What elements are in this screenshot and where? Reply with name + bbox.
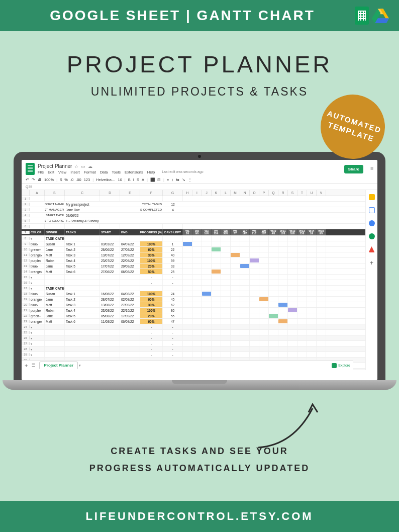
toolbar-item[interactable]: ⊞ (157, 178, 161, 182)
toolbar-item[interactable]: Helvetica… (96, 178, 115, 182)
calendar-icon[interactable] (369, 194, 375, 200)
toolbar-item[interactable]: 10 (118, 178, 122, 182)
sheets-icon (355, 7, 369, 25)
drive-icon (372, 8, 389, 23)
toolbar-item[interactable]: ⬛ (150, 178, 155, 182)
menu-view[interactable]: View (58, 170, 66, 174)
toolbar-item[interactable]: 123 (84, 178, 90, 182)
sheet-rows[interactable]: 12PROJECT NAMEMy great projectTOTAL TASK… (22, 196, 365, 370)
tab-strip[interactable]: + ☰ Project Planner ▾ Explore (22, 360, 353, 370)
top-banner: GOOGLE SHEET | GANTT CHART (0, 0, 399, 31)
all-sheets-button[interactable]: ☰ (32, 363, 35, 368)
toolbar-item[interactable]: I (133, 178, 134, 182)
toolbar-item[interactable]: B (128, 178, 131, 182)
toolbar-item[interactable]: A (142, 178, 144, 182)
spreadsheet-screen: Project Planner ☆ ▭ ☁ FileEditViewInsert… (22, 160, 377, 380)
toolbar-item[interactable]: ↕ (171, 178, 173, 182)
side-panel[interactable]: + (365, 190, 377, 370)
hero-subtitle: UNLIMITED PROJECTS & TASKS (0, 85, 399, 99)
menu-edit[interactable]: Edit (48, 170, 54, 174)
toolbar-item[interactable]: 🖶 (38, 178, 42, 182)
footer-bar: LIFEUNDERCONTROL.ETSY.COM (0, 501, 399, 532)
menu-data[interactable]: Data (100, 170, 108, 174)
account-icon[interactable]: ☰ (370, 167, 373, 171)
add-addon-icon[interactable]: + (370, 259, 373, 267)
menu-help[interactable]: Help (147, 170, 155, 174)
keep-icon[interactable] (369, 207, 375, 213)
menu-insert[interactable]: Insert (70, 170, 80, 174)
sheet-tab[interactable]: Project Planner (39, 362, 78, 369)
toolbar-item[interactable]: ↶ (26, 178, 29, 182)
explore-button[interactable]: Explore (332, 363, 350, 368)
cloud-icon[interactable]: ☁ (88, 164, 92, 169)
product-icons (355, 7, 389, 25)
toolbar-item[interactable]: ⇆ (176, 178, 179, 182)
hero-title: PROJECT PLANNER (0, 50, 399, 78)
toolbar[interactable]: ↶↷🖶100%|$%.0.00123|Helvetica…10|BISA|⬛⊞|… (22, 176, 377, 184)
last-edit-text: Last edit was seconds ago (162, 170, 204, 174)
banner-title: GOOGLE SHEET | GANTT CHART (10, 8, 355, 24)
toolbar-item[interactable]: ↷ (32, 178, 35, 182)
toolbar-item[interactable]: ↘ (182, 178, 185, 182)
column-headers[interactable]: ABCDEFGHIJKLMNOPQRSTUV (22, 190, 365, 196)
name-box[interactable]: Q35 (22, 184, 377, 190)
toolbar-item[interactable]: .0 (70, 178, 73, 182)
toolbar-item[interactable]: 100% (44, 178, 54, 182)
toolbar-item[interactable]: ⋮ (188, 178, 192, 182)
hero: PROJECT PLANNER UNLIMITED PROJECTS & TAS… (0, 31, 399, 102)
sheets-logo-icon (26, 163, 35, 175)
star-icon[interactable]: ☆ (74, 164, 78, 169)
contacts-icon[interactable] (369, 233, 375, 239)
caption: CREATE TASKS AND SEE YOUR PROGRESS AUTOM… (0, 442, 399, 477)
menu-file[interactable]: File (38, 170, 44, 174)
maps-icon[interactable] (369, 246, 375, 252)
tasks-icon[interactable] (369, 220, 375, 226)
toolbar-item[interactable]: ≡ (167, 178, 169, 182)
move-icon[interactable]: ▭ (81, 164, 85, 169)
menu-tools[interactable]: Tools (112, 170, 121, 174)
menu-format[interactable]: Format (84, 170, 96, 174)
menu-bar[interactable]: FileEditViewInsertFormatDataToolsExtensi… (38, 170, 341, 174)
doc-title[interactable]: Project Planner (38, 163, 72, 169)
toolbar-item[interactable]: S (137, 178, 139, 182)
share-button[interactable]: Share (344, 165, 363, 173)
toolbar-item[interactable]: $ (60, 178, 62, 182)
menu-extensions[interactable]: Extensions (125, 170, 143, 174)
add-sheet-button[interactable]: + (25, 363, 28, 369)
laptop-mockup: Project Planner ☆ ▭ ☁ FileEditViewInsert… (14, 152, 385, 390)
tab-dropdown-icon[interactable]: ▾ (79, 364, 81, 368)
gs-titlebar: Project Planner ☆ ▭ ☁ FileEditViewInsert… (22, 160, 377, 176)
toolbar-item[interactable]: % (64, 178, 68, 182)
toolbar-item[interactable]: .00 (76, 178, 81, 182)
